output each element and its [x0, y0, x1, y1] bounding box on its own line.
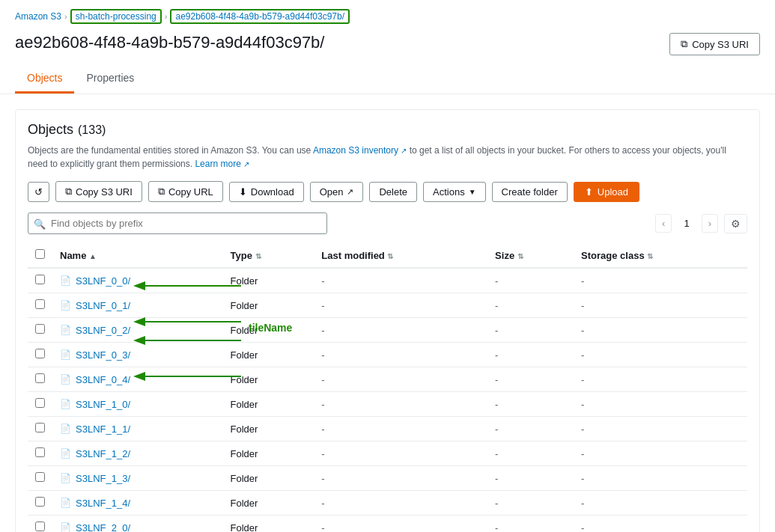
pagination-prev-button[interactable]: ‹: [655, 214, 672, 233]
folder-link[interactable]: 📄 S3LNF_0_3/: [60, 349, 216, 361]
row-last-modified: -: [314, 318, 487, 343]
folder-link[interactable]: 📄 S3LNF_1_1/: [60, 424, 216, 435]
row-last-modified: -: [314, 516, 487, 533]
row-storage-class: -: [574, 516, 747, 533]
row-checkbox-cell: [28, 441, 52, 466]
row-storage-class: -: [574, 343, 747, 367]
pagination-current: 1: [678, 215, 695, 232]
last-modified-column-header[interactable]: Last modified ⇅: [314, 243, 487, 268]
row-size: -: [487, 268, 574, 293]
row-checkbox[interactable]: [35, 275, 45, 284]
breadcrumb-sep2: ›: [165, 12, 168, 21]
row-checkbox[interactable]: [35, 349, 45, 358]
row-checkbox[interactable]: [35, 447, 45, 457]
row-type: Folder: [223, 441, 314, 466]
row-name: 📄 S3LNF_0_3/: [52, 343, 223, 367]
upload-button[interactable]: ⬆ Upload: [574, 182, 639, 202]
settings-button[interactable]: ⚙: [724, 214, 747, 233]
row-checkbox[interactable]: [35, 324, 45, 334]
refresh-icon: ↺: [34, 186, 43, 198]
actions-button[interactable]: Actions ▼: [423, 182, 486, 202]
content-area: Objects (133) Objects are the fundamenta…: [0, 94, 775, 532]
row-name: 📄 S3LNF_0_2/: [52, 318, 223, 343]
breadcrumb-root[interactable]: Amazon S3: [15, 11, 61, 22]
storage-class-column-header[interactable]: Storage class ⇅: [574, 243, 747, 268]
row-checkbox[interactable]: [35, 398, 45, 408]
folder-link[interactable]: 📄 S3LNF_1_0/: [60, 399, 216, 410]
upload-icon: ⬆: [585, 186, 593, 198]
row-checkbox-cell: [28, 491, 52, 516]
row-checkbox[interactable]: [35, 472, 45, 482]
size-column-header[interactable]: Size ⇅: [487, 243, 574, 268]
copy-s3-uri-button[interactable]: ⧉ Copy S3 URI: [669, 33, 760, 55]
folder-link[interactable]: 📄 S3LNF_0_0/: [60, 275, 216, 287]
name-column-header[interactable]: Name ▲: [52, 243, 223, 268]
table-body: 📄 S3LNF_0_0/ Folder - - - 📄 S3LNF_0_1/ F…: [28, 268, 747, 532]
folder-link[interactable]: 📄 S3LNF_2_0/: [60, 522, 216, 533]
row-storage-class: -: [574, 318, 747, 343]
row-name: 📄 S3LNF_1_1/: [52, 417, 223, 441]
breadcrumb-request-id: ae92b608-4f48-4a9b-b579-a9d44f03c97b/: [170, 9, 350, 24]
tab-objects[interactable]: Objects: [15, 64, 74, 94]
refresh-button[interactable]: ↺: [28, 182, 49, 202]
row-checkbox-cell: [28, 516, 52, 533]
table-row: 📄 S3LNF_1_0/ Folder - - -: [28, 392, 747, 417]
row-checkbox[interactable]: [35, 299, 45, 309]
tabs: Objects Properties: [15, 64, 760, 94]
open-button[interactable]: Open ↗: [310, 182, 364, 202]
folder-link[interactable]: 📄 S3LNF_1_3/: [60, 473, 216, 484]
table-row: 📄 S3LNF_0_2/ Folder - - -: [28, 318, 747, 343]
folder-icon: 📄: [60, 424, 71, 434]
row-checkbox-cell: [28, 268, 52, 293]
table-row: 📄 S3LNF_0_4/ Folder - - -: [28, 367, 747, 392]
row-checkbox[interactable]: [35, 497, 45, 507]
page-wrapper: Amazon S3 › sh-batch-processing › ae92b6…: [0, 0, 775, 532]
inventory-link[interactable]: Amazon S3 inventory ↗: [313, 145, 407, 156]
row-name: 📄 S3LNF_1_0/: [52, 392, 223, 417]
size-sort-icon: ⇅: [517, 252, 523, 260]
panel-description: Objects are the fundamental entities sto…: [28, 144, 747, 171]
folder-icon: 📄: [60, 498, 71, 508]
row-type: Folder: [223, 392, 314, 417]
tab-properties[interactable]: Properties: [74, 64, 146, 94]
row-type: Folder: [223, 466, 314, 491]
row-size: -: [487, 343, 574, 367]
copy-s3-uri-toolbar-button[interactable]: ⧉ Copy S3 URI: [55, 181, 142, 202]
copy-s3-uri-label: Copy S3 URI: [692, 39, 749, 50]
copy-url-icon: ⧉: [158, 186, 165, 198]
folder-link[interactable]: 📄 S3LNF_0_1/: [60, 300, 216, 311]
copy-s3-icon: ⧉: [65, 186, 72, 198]
row-storage-class: -: [574, 417, 747, 441]
type-sort-icon: ⇅: [255, 252, 261, 260]
breadcrumb: Amazon S3 › sh-batch-processing › ae92b6…: [15, 9, 760, 24]
copy-url-button[interactable]: ⧉ Copy URL: [148, 181, 223, 202]
open-label: Open: [320, 186, 344, 198]
row-checkbox[interactable]: [35, 522, 45, 531]
create-folder-button[interactable]: Create folder: [492, 182, 568, 202]
row-storage-class: -: [574, 268, 747, 293]
delete-button[interactable]: Delete: [369, 182, 417, 202]
row-storage-class: -: [574, 293, 747, 318]
top-bar: Amazon S3 › sh-batch-processing › ae92b6…: [0, 0, 775, 24]
search-row: 🔍 ‹ 1 › ⚙: [28, 213, 747, 234]
type-column-header[interactable]: Type ⇅: [223, 243, 314, 268]
toolbar: ↺ ⧉ Copy S3 URI ⧉ Copy URL ⬇ Download Op…: [28, 181, 747, 202]
row-checkbox[interactable]: [35, 423, 45, 432]
select-all-checkbox[interactable]: [35, 249, 45, 259]
search-input[interactable]: [28, 213, 327, 234]
folder-link[interactable]: 📄 S3LNF_0_4/: [60, 374, 216, 385]
folder-link[interactable]: 📄 S3LNF_1_2/: [60, 448, 216, 459]
folder-link[interactable]: 📄 S3LNF_0_2/: [60, 325, 216, 336]
row-size: -: [487, 293, 574, 318]
tabs-bar: Objects Properties: [0, 64, 775, 94]
external-link-icon: ↗: [401, 147, 407, 155]
download-button[interactable]: ⬇ Download: [229, 182, 304, 202]
learn-more-link[interactable]: Learn more ↗: [195, 159, 249, 169]
row-last-modified: -: [314, 491, 487, 516]
folder-icon: 📄: [60, 325, 71, 335]
folder-icon: 📄: [60, 349, 71, 360]
row-size: -: [487, 441, 574, 466]
pagination-next-button[interactable]: ›: [702, 214, 718, 233]
folder-link[interactable]: 📄 S3LNF_1_4/: [60, 498, 216, 509]
row-checkbox[interactable]: [35, 373, 45, 383]
